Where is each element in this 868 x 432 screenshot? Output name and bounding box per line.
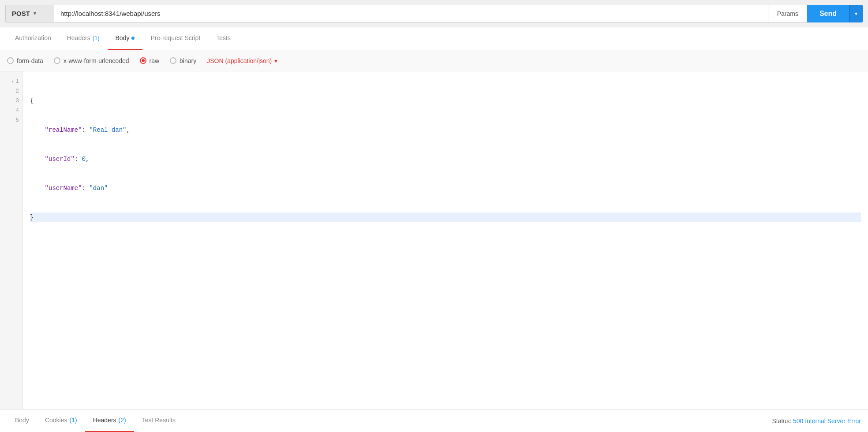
radio-x-www-form-urlencoded-label: x-www-form-urlencoded — [64, 57, 129, 64]
line-num-5: 5 — [0, 115, 22, 125]
radio-raw-label: raw — [150, 57, 160, 64]
send-button-group: Send ▾ — [807, 5, 863, 22]
tab-headers-badge: (1) — [93, 35, 100, 41]
bottom-tab-body[interactable]: Body — [7, 410, 37, 432]
tab-authorization-label: Authorization — [15, 34, 51, 41]
json-type-chevron-icon: ▾ — [274, 57, 277, 64]
method-label: POST — [12, 10, 30, 17]
line-num-2: 2 — [0, 86, 22, 96]
code-editor[interactable]: ▾ 1 2 3 4 5 { "realName": "Real dan", "u… — [0, 71, 868, 409]
bottom-tab-cookies[interactable]: Cookies (1) — [37, 410, 85, 432]
code-line-3: "userId": 0, — [30, 154, 861, 164]
line-numbers: ▾ 1 2 3 4 5 — [0, 71, 23, 409]
status-label: Status: — [772, 417, 793, 425]
radio-binary-circle — [170, 57, 176, 64]
send-dropdown-button[interactable]: ▾ — [849, 5, 863, 22]
body-options-bar: form-data x-www-form-urlencoded raw bina… — [0, 50, 868, 71]
bottom-tab-cookies-label: Cookies — [45, 417, 67, 424]
method-chevron-icon: ▾ — [34, 11, 36, 16]
bottom-tab-cookies-badge: (1) — [70, 417, 77, 424]
radio-binary[interactable]: binary — [170, 57, 196, 64]
tab-body[interactable]: Body — [108, 27, 143, 50]
tab-tests-label: Tests — [216, 34, 231, 41]
json-type-label: JSON (application/json) — [207, 57, 272, 64]
send-button[interactable]: Send — [807, 5, 849, 22]
method-select[interactable]: POST ▾ — [5, 5, 54, 22]
radio-raw-circle — [140, 57, 146, 64]
status-area: Status: 500 Internal Server Error — [772, 417, 861, 425]
url-input[interactable] — [54, 5, 768, 22]
tab-tests[interactable]: Tests — [208, 27, 239, 50]
bottom-tab-headers-label: Headers — [93, 417, 116, 424]
tab-headers[interactable]: Headers (1) — [59, 27, 108, 50]
code-line-4: "userName": "dan" — [30, 183, 861, 193]
line-num-1: ▾ 1 — [0, 77, 22, 86]
top-bar: POST ▾ Params Send ▾ — [0, 0, 868, 27]
radio-form-data-circle — [7, 57, 14, 64]
bottom-tab-headers-badge: (2) — [119, 417, 126, 424]
line-num-4: 4 — [0, 106, 22, 115]
tab-authorization[interactable]: Authorization — [7, 27, 59, 50]
code-line-2: "realName": "Real dan", — [30, 125, 861, 135]
bottom-tab-test-results[interactable]: Test Results — [134, 410, 183, 432]
radio-x-www-form-urlencoded-circle — [54, 57, 60, 64]
tab-body-label: Body — [116, 34, 130, 41]
tab-pre-request-label: Pre-request Script — [150, 34, 200, 41]
json-type-selector[interactable]: JSON (application/json) ▾ — [207, 57, 277, 64]
code-content[interactable]: { "realName": "Real dan", "userId": 0, "… — [23, 71, 868, 409]
tab-body-dot — [131, 37, 135, 40]
line-num-3: 3 — [0, 96, 22, 106]
request-tabs-bar: Authorization Headers (1) Body Pre-reque… — [0, 27, 868, 50]
response-tabs-bar: Body Cookies (1) Headers (2) Test Result… — [0, 409, 868, 432]
params-button[interactable]: Params — [768, 5, 807, 22]
fold-toggle-1[interactable]: ▾ — [11, 79, 14, 84]
bottom-tab-headers[interactable]: Headers (2) — [85, 410, 134, 432]
bottom-tab-test-results-label: Test Results — [142, 417, 176, 424]
radio-binary-label: binary — [180, 57, 196, 64]
radio-x-www-form-urlencoded[interactable]: x-www-form-urlencoded — [54, 57, 129, 64]
radio-raw[interactable]: raw — [140, 57, 160, 64]
tab-pre-request[interactable]: Pre-request Script — [142, 27, 208, 50]
code-line-5: } — [30, 212, 861, 222]
radio-form-data[interactable]: form-data — [7, 57, 43, 64]
code-line-1: { — [30, 96, 861, 106]
bottom-tab-body-label: Body — [15, 417, 29, 424]
tab-headers-label: Headers — [67, 34, 90, 41]
radio-form-data-label: form-data — [17, 57, 43, 64]
status-value: 500 Internal Server Error — [793, 417, 861, 425]
